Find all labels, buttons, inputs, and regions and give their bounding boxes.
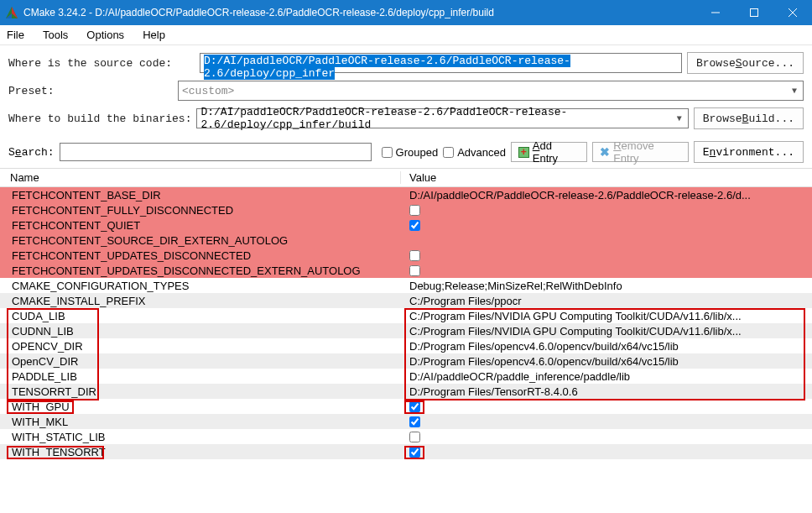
source-input-value: D:/AI/paddleOCR/PaddleOCR-release-2.6/Pa… [204,55,570,80]
cell-value[interactable] [401,432,812,442]
build-value: D:/AI/paddleOCR/PaddleOCR-release-2.6/Pa… [200,106,676,131]
value-checkbox[interactable] [409,401,420,412]
maximize-button[interactable] [735,0,773,25]
chevron-down-icon: ▼ [792,86,799,96]
window-controls [696,0,812,25]
table-row[interactable]: FETCHCONTENT_UPDATES_DISCONNECTED [0,248,812,263]
table-row[interactable]: CMAKE_INSTALL_PREFIXC:/Program Files/ppo… [0,293,812,308]
value-checkbox[interactable] [409,265,420,276]
table-row[interactable]: WITH_MKL [0,414,812,429]
cell-name: FETCHCONTENT_QUIET [0,219,401,232]
cell-value[interactable] [401,265,812,276]
search-input[interactable] [60,143,372,161]
preset-select[interactable]: <custom> ▼ [178,81,804,101]
table-header: Name Value [0,169,812,187]
cell-name: WITH_TENSORRT [0,446,401,458]
add-entry-button[interactable]: + Add Entry [511,142,587,162]
cell-value[interactable]: C:/Program Files/NVIDIA GPU Computing To… [401,310,812,322]
source-input[interactable]: D:/AI/paddleOCR/PaddleOCR-release-2.6/Pa… [200,53,682,73]
cell-name: OPENCV_DIR [0,340,401,353]
column-value[interactable]: Value [401,171,812,184]
cell-name: WITH_STATIC_LIB [0,431,401,443]
cell-name: TENSORRT_DIR [0,385,401,398]
menu-options[interactable]: Options [86,29,124,41]
titlebar: CMake 3.24.2 - D:/AI/paddleOCR/PaddleOCR… [0,0,812,25]
minimize-button[interactable] [696,0,735,25]
table-row[interactable]: FETCHCONTENT_FULLY_DISCONNECTED [0,202,812,217]
remove-entry-button[interactable]: ✖ Remove Entry [592,142,689,162]
menu-help[interactable]: Help [143,29,165,41]
cell-name: WITH_GPU [0,400,401,413]
minus-icon: ✖ [600,147,611,158]
table-row[interactable]: OPENCV_DIRD:/Program Files/opencv4.6.0/o… [0,338,812,353]
table-row[interactable]: FETCHCONTENT_SOURCE_DIR_EXTERN_AUTOLOG [0,233,812,248]
preset-value: <custom> [182,85,234,97]
table-row[interactable]: PADDLE_LIBD:/AI/paddleOCR/paddle_inferen… [0,369,812,384]
value-checkbox[interactable] [409,432,420,442]
value-checkbox[interactable] [409,416,420,427]
cell-value[interactable]: C:/Program Files/NVIDIA GPU Computing To… [401,325,812,338]
cell-name: FETCHCONTENT_UPDATES_DISCONNECTED_EXTERN… [0,264,401,277]
cell-name: CUDA_LIB [0,310,401,322]
svg-rect-4 [751,9,758,17]
cell-name: FETCHCONTENT_FULLY_DISCONNECTED [0,204,401,217]
cell-name: FETCHCONTENT_UPDATES_DISCONNECTED [0,249,401,262]
build-label: Where to build the binaries: [8,113,191,125]
window-title: CMake 3.24.2 - D:/AI/paddleOCR/PaddleOCR… [23,7,696,18]
value-checkbox[interactable] [409,250,420,261]
table-row[interactable]: FETCHCONTENT_UPDATES_DISCONNECTED_EXTERN… [0,263,812,278]
cell-value[interactable] [401,416,812,427]
menu-file[interactable]: File [7,29,24,41]
cell-value[interactable]: C:/Program Files/ppocr [401,295,812,307]
table-row[interactable]: WITH_GPU [0,399,812,414]
cell-name: OpenCV_DIR [0,355,401,368]
value-checkbox[interactable] [409,220,420,231]
cell-value[interactable] [401,447,812,458]
table-body: FETCHCONTENT_BASE_DIRD:/AI/paddleOCR/Pad… [0,187,812,459]
menubar: File Tools Options Help [0,25,812,45]
value-checkbox[interactable] [409,205,420,216]
table-row[interactable]: TENSORRT_DIRD:/Program Files/TensorRT-8.… [0,384,812,399]
cell-name: WITH_MKL [0,416,401,428]
table-row[interactable]: FETCHCONTENT_QUIET [0,217,812,233]
preset-label: Preset: [8,85,173,97]
cell-value[interactable]: D:/AI/paddleOCR/PaddleOCR-release-2.6/Pa… [401,189,812,202]
table-row[interactable]: FETCHCONTENT_BASE_DIRD:/AI/paddleOCR/Pad… [0,187,812,202]
cell-value[interactable]: D:/AI/paddleOCR/paddle_inference/paddle/… [401,370,812,383]
cell-value[interactable] [401,401,812,412]
cell-value[interactable]: D:/Program Files/opencv4.6.0/opencv/buil… [401,355,812,368]
table-row[interactable]: OpenCV_DIRD:/Program Files/opencv4.6.0/o… [0,353,812,369]
cmake-icon [5,6,18,19]
environment-button[interactable]: Environment... [694,141,804,163]
cell-value[interactable] [401,250,812,261]
close-button[interactable] [773,0,812,25]
table-row[interactable]: CUDA_LIBC:/Program Files/NVIDIA GPU Comp… [0,308,812,323]
chevron-down-icon: ▼ [677,114,684,123]
menu-tools[interactable]: Tools [43,29,68,41]
browse-source-button[interactable]: Browse Source... [687,52,804,74]
table-row[interactable]: WITH_TENSORRT [0,444,812,459]
source-label: Where is the source code: [8,57,195,70]
cell-value[interactable] [401,220,812,231]
build-input[interactable]: D:/AI/paddleOCR/PaddleOCR-release-2.6/Pa… [196,108,688,128]
cell-name: CUDNN_LIB [0,325,401,338]
search-label: Search: [8,146,55,159]
cell-name: PADDLE_LIB [0,370,401,383]
plus-icon: + [518,147,529,158]
cell-value[interactable]: Debug;Release;MinSizeRel;RelWithDebInfo [401,280,812,292]
advanced-checkbox[interactable]: Advanced [443,146,506,159]
value-checkbox[interactable] [409,447,420,458]
cell-value[interactable] [401,205,812,216]
cell-name: CMAKE_CONFIGURATION_TYPES [0,280,401,292]
cell-name: CMAKE_INSTALL_PREFIX [0,295,401,307]
browse-build-button[interactable]: Browse Build... [694,107,804,129]
table-row[interactable]: WITH_STATIC_LIB [0,429,812,444]
table-row[interactable]: CUDNN_LIBC:/Program Files/NVIDIA GPU Com… [0,323,812,338]
cell-value[interactable]: D:/Program Files/opencv4.6.0/opencv/buil… [401,340,812,353]
toolbar: Search: Grouped Advanced + Add Entry ✖ R… [0,139,812,168]
variables-table: Name Value FETCHCONTENT_BASE_DIRD:/AI/pa… [0,168,812,513]
grouped-checkbox[interactable]: Grouped [382,146,439,159]
table-row[interactable]: CMAKE_CONFIGURATION_TYPESDebug;Release;M… [0,278,812,293]
cell-value[interactable]: D:/Program Files/TensorRT-8.4.0.6 [401,385,812,398]
column-name[interactable]: Name [0,171,401,184]
